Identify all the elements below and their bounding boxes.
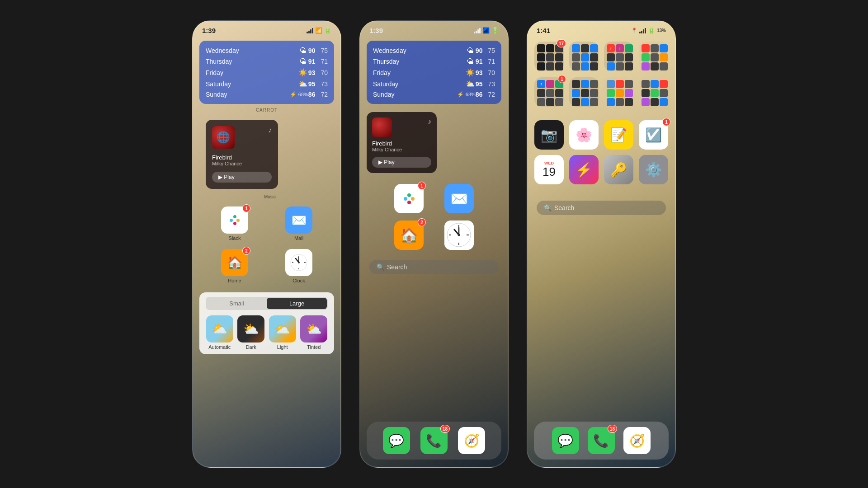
mail-icon[interactable]: ✉️ — [285, 206, 312, 234]
badge-folder-1: 17 — [557, 39, 566, 47]
search-bar-2[interactable]: 🔍 Search — [369, 260, 499, 274]
widget-option-light[interactable]: ⛅ Light — [269, 315, 297, 350]
folder-icon-3[interactable]: f I — [604, 42, 633, 71]
music-artist-2: Milky Chance — [372, 147, 431, 152]
widget-preview-dark[interactable]: ⛅ — [237, 315, 264, 343]
folder-icon-2[interactable] — [569, 42, 599, 71]
folder-2[interactable] — [569, 42, 599, 71]
dock-safari-2[interactable]: 🧭 — [458, 427, 485, 454]
app-settings[interactable]: ⚙️ — [638, 155, 669, 184]
folder-icon-6[interactable] — [569, 77, 599, 107]
search-icon-2: 🔍 — [377, 263, 384, 271]
app-row-2-3: WED 19 ⚡ 🔑 ⚙️ — [528, 152, 675, 187]
app-clock-2[interactable] — [438, 221, 481, 250]
app-clock[interactable]: Clock — [271, 249, 327, 283]
folder-icon-5[interactable]: 1 f — [534, 77, 564, 107]
app-shortcuts[interactable]: ⚡ — [569, 155, 599, 184]
badge-home: 2 — [242, 247, 250, 255]
weather-widget-2[interactable]: Wednesday 🌤 9075 Thursday 🌤 9171 Friday … — [367, 41, 501, 104]
notes-icon[interactable]: 📝 — [604, 120, 633, 150]
widget-option-dark[interactable]: ⛅ Dark — [237, 315, 265, 350]
app-reminders[interactable]: 1 ☑️ — [638, 120, 669, 150]
status-icons-1: 📶 🔋 — [307, 27, 331, 34]
folder-3[interactable]: f I — [604, 42, 634, 71]
app-passwords[interactable]: 🔑 — [604, 155, 634, 184]
shortcuts-icon[interactable]: ⚡ — [569, 155, 599, 184]
passwords-icon[interactable]: 🔑 — [604, 155, 633, 184]
svg-rect-17 — [404, 197, 407, 201]
app-grid-2: 1 ✉️ 2 🏠 — [360, 178, 508, 256]
play-button-1[interactable]: ▶ Play — [212, 172, 272, 183]
widget-preview-light[interactable]: ⛅ — [269, 315, 296, 343]
music-info-1: Firebird Milky Chance — [212, 154, 272, 166]
folder-icon-1[interactable]: 17 — [534, 42, 564, 71]
dock-messages-3[interactable]: 💬 — [552, 427, 579, 454]
widget-option-label-dark: Dark — [246, 344, 256, 350]
phone-icon-3[interactable]: 18 📞 — [588, 427, 615, 454]
play-button-2[interactable]: ▶ Play — [372, 157, 431, 168]
location-icon-3: 📍 — [631, 28, 637, 33]
messages-icon-2[interactable]: 💬 — [383, 427, 410, 454]
size-tabs[interactable]: Small Large — [206, 297, 328, 310]
folder-1[interactable]: 17 — [534, 42, 564, 71]
settings-icon[interactable]: ⚙️ — [639, 155, 668, 184]
svg-rect-1 — [233, 222, 236, 225]
dock-safari-3[interactable]: 🧭 — [623, 427, 651, 454]
mail-icon-2[interactable]: ✉️ — [444, 184, 474, 213]
clock-icon-2[interactable] — [444, 221, 474, 250]
folder-icon-7[interactable] — [604, 77, 633, 107]
music-note-icon-2: ♪ — [428, 117, 431, 126]
folder-8[interactable] — [638, 77, 669, 107]
folder-5[interactable]: 1 f — [534, 77, 564, 107]
widget-options: ⛅ Automatic ⛅ Dark ⛅ Light ⛅ Tint — [206, 315, 328, 350]
safari-icon-2[interactable]: 🧭 — [458, 427, 485, 454]
weather-widget-1[interactable]: Wednesday 🌤 9075 Thursday 🌤 9171 Friday … — [199, 41, 334, 104]
app-photos[interactable]: 🌸 — [569, 120, 599, 150]
weather-row-fri-2: Friday ☀️ 9370 — [373, 67, 495, 78]
tab-large[interactable]: Large — [267, 298, 327, 309]
dock-phone-3[interactable]: 18 📞 — [588, 427, 615, 454]
album-art-1 — [212, 126, 235, 149]
slack-icon[interactable]: 1 — [221, 206, 248, 234]
clock-icon[interactable] — [285, 249, 312, 276]
widget-option-auto[interactable]: ⛅ Automatic — [206, 315, 234, 350]
svg-rect-19 — [411, 197, 415, 201]
app-calendar[interactable]: WED 19 — [534, 155, 564, 184]
widget-option-tinted[interactable]: ⛅ Tinted — [300, 315, 328, 350]
folder-7[interactable] — [604, 77, 634, 107]
photos-icon[interactable]: 🌸 — [569, 120, 599, 150]
app-home[interactable]: 2 🏠 Home — [207, 249, 263, 283]
svg-rect-16 — [407, 201, 411, 204]
home-icon[interactable]: 2 🏠 — [221, 249, 248, 276]
status-bar-2: 1:39 📶 🔋 — [360, 21, 508, 37]
widget-selector: Small Large ⛅ Automatic ⛅ Dark ⛅ Light — [199, 292, 334, 354]
messages-icon-3[interactable]: 💬 — [552, 427, 579, 454]
search-bar-3[interactable]: 🔍 Search — [537, 201, 666, 215]
phone-icon-2[interactable]: 18 📞 — [420, 427, 448, 454]
safari-icon-3[interactable]: 🧭 — [623, 427, 651, 454]
app-mail-2[interactable]: ✉️ — [438, 184, 481, 213]
slack-icon-2[interactable]: 1 — [394, 184, 424, 213]
widget-preview-auto[interactable]: ⛅ — [206, 315, 233, 343]
camera-icon[interactable]: 📷 — [534, 120, 564, 150]
calendar-icon[interactable]: WED 19 — [534, 155, 564, 184]
music-widget-1[interactable]: ♪ Firebird Milky Chance ▶ Play — [206, 120, 278, 189]
tab-small[interactable]: Small — [207, 298, 267, 309]
app-camera[interactable]: 📷 — [534, 120, 564, 150]
folder-icon-4[interactable] — [639, 42, 668, 71]
widget-preview-tinted[interactable]: ⛅ — [300, 315, 327, 343]
folder-4[interactable] — [638, 42, 669, 71]
music-widget-2[interactable]: ♪ Firebird Milky Chance ▶ Play — [367, 112, 437, 173]
folder-icon-8[interactable] — [639, 77, 668, 107]
weather-row-sat: Saturday ⛅ 9573 — [206, 78, 328, 89]
folder-6[interactable] — [569, 77, 599, 107]
app-slack[interactable]: 1 Slack — [207, 206, 263, 241]
app-slack-2[interactable]: 1 — [387, 184, 430, 213]
dock-phone-2[interactable]: 18 📞 — [420, 427, 448, 454]
home-icon-2[interactable]: 2 🏠 — [394, 221, 424, 250]
dock-messages-2[interactable]: 💬 — [383, 427, 410, 454]
app-notes[interactable]: 📝 — [604, 120, 634, 150]
app-home-2[interactable]: 2 🏠 — [387, 221, 430, 250]
app-mail[interactable]: ✉️ Mail — [271, 206, 327, 241]
reminders-icon[interactable]: 1 ☑️ — [639, 120, 668, 150]
